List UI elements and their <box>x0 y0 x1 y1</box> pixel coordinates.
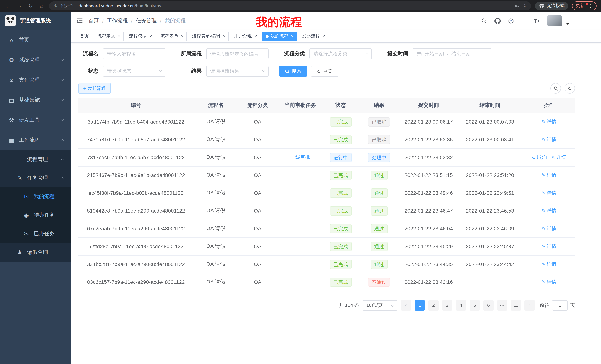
security-label[interactable]: 不安全 <box>60 3 73 9</box>
tab-user-group[interactable]: 用户分组× <box>231 31 260 41</box>
github-icon[interactable] <box>494 18 501 24</box>
close-icon[interactable]: × <box>254 34 257 38</box>
header-search-icon[interactable] <box>481 18 487 24</box>
refresh-table-button[interactable]: ↻ <box>565 83 575 94</box>
detail-link[interactable]: ✎ 详情 <box>541 243 556 249</box>
search-button[interactable]: 搜索 <box>279 66 307 77</box>
browser-window: ← → ↻ ⌂ ⚠ 不安全 dashboard.yudao.iocoder.cn… <box>0 0 601 364</box>
cell-result: 通过 <box>358 202 401 220</box>
update-button[interactable]: 更新 ⋮ <box>572 1 597 10</box>
page-button-6[interactable]: 6 <box>483 300 494 310</box>
sidebar-item-home[interactable]: ⌂首页 <box>0 30 71 50</box>
breadcrumb-item[interactable]: 工作流程 <box>107 18 128 24</box>
help-icon[interactable]: ? <box>508 18 513 24</box>
cell-process-name: OA 请假 <box>193 131 238 148</box>
forward-icon[interactable]: → <box>16 2 23 10</box>
cell-actions: ⊘ 取消✎ 详情 <box>523 148 575 166</box>
tab-my-process[interactable]: 我的流程× <box>262 31 297 41</box>
close-icon[interactable]: × <box>291 34 293 38</box>
bookmark-star-icon[interactable]: ☆ <box>522 3 527 9</box>
browser-home-icon[interactable]: ⌂ <box>38 2 45 10</box>
cancel-link[interactable]: ⊘ 取消 <box>532 154 547 160</box>
create-process-button[interactable]: + 发起流程 <box>78 83 110 94</box>
detail-link[interactable]: ✎ 详情 <box>541 119 556 124</box>
page-size-select[interactable]: 10条/页 <box>362 300 397 310</box>
close-icon[interactable]: × <box>181 34 183 38</box>
page-button-2[interactable]: 2 <box>428 300 439 310</box>
detail-link[interactable]: ✎ 详情 <box>541 226 556 231</box>
cell-id: 819442e8-7b9a-11ec-a290-acde48001122 <box>78 202 193 220</box>
detail-link[interactable]: ✎ 详情 <box>541 172 556 178</box>
result-select[interactable]: 请选择流结果 <box>206 66 269 77</box>
tab-home[interactable]: 首页 <box>77 31 92 41</box>
result-placeholder: 请选择流结果 <box>210 68 239 75</box>
sidebar-item-done-tasks[interactable]: ✂已办任务 <box>0 224 71 243</box>
detail-link[interactable]: ✎ 详情 <box>541 190 556 196</box>
password-key-icon[interactable] <box>515 3 520 8</box>
process-def-input[interactable] <box>206 48 269 59</box>
hamburger-icon[interactable] <box>77 18 83 24</box>
page-button-4[interactable]: 4 <box>456 300 466 310</box>
reload-icon[interactable]: ↻ <box>27 2 34 10</box>
task-link[interactable]: 一级审批 <box>291 154 310 160</box>
submit-time-range[interactable]: 开始日期 - 结束日期 <box>413 48 491 59</box>
show-search-button[interactable] <box>551 83 561 94</box>
fullscreen-icon[interactable] <box>521 18 527 24</box>
reset-button[interactable]: ↻ 重置 <box>311 66 338 77</box>
sidebar-item-process-manage[interactable]: ≡流程管理 <box>0 150 71 169</box>
cell-category: OA <box>238 113 277 131</box>
sidebar-item-my-process[interactable]: ✉我的流程 <box>0 187 71 206</box>
sidebar-item-task-manage[interactable]: ✎任务管理 <box>0 169 71 187</box>
caret-down-icon[interactable] <box>566 23 570 25</box>
tab-process-form[interactable]: 流程表单× <box>157 31 187 41</box>
tab-label: 流程模型 <box>129 33 147 39</box>
sidebar-item-workflow[interactable]: ▣工作流程 <box>0 130 71 150</box>
sidebar-item-payment[interactable]: ¥支付管理 <box>0 70 71 90</box>
next-page-button[interactable]: › <box>524 300 535 310</box>
tab-process-model[interactable]: 流程模型× <box>126 31 155 41</box>
detail-link[interactable]: ✎ 详情 <box>541 261 556 267</box>
detail-link[interactable]: ✎ 详情 <box>541 279 556 285</box>
close-icon[interactable]: × <box>118 34 120 38</box>
breadcrumb-item[interactable]: 首页 <box>88 18 99 24</box>
sidebar-item-leave-query[interactable]: ♟请假查询 <box>0 243 71 262</box>
page-button-5[interactable]: 5 <box>470 300 480 310</box>
page-button-3[interactable]: 3 <box>442 300 452 310</box>
table-toolbar: + 发起流程 ↻ <box>78 83 575 94</box>
sidebar-item-todo-tasks[interactable]: ◉待办任务 <box>0 206 71 224</box>
tab-start-process[interactable]: 发起流程× <box>299 31 328 41</box>
more-pages-button[interactable]: ··· <box>497 300 507 310</box>
detail-icon: ✎ <box>541 279 545 285</box>
page-button-11[interactable]: 11 <box>511 300 521 310</box>
column-header: 结果 <box>358 98 401 113</box>
prev-page-button[interactable]: ‹ <box>401 300 411 310</box>
detail-link[interactable]: ✎ 详情 <box>541 136 556 142</box>
breadcrumb-item[interactable]: 任务管理 <box>136 18 157 24</box>
cell-status: 已完成 <box>323 202 358 220</box>
cell-process-name: OA 请假 <box>193 255 238 273</box>
user-icon: ♟ <box>16 249 24 256</box>
sidebar-item-infrastructure[interactable]: ▤基础设施 <box>0 90 71 110</box>
close-icon[interactable]: × <box>322 34 325 38</box>
cell-category: OA <box>238 148 277 166</box>
tab-process-definition[interactable]: 流程定义× <box>94 31 124 41</box>
menu-kebab-icon[interactable]: ⋮ <box>588 3 593 9</box>
address-bar[interactable]: ⚠ 不安全 dashboard.yudao.iocoder.cn/bpm/tas… <box>49 1 531 10</box>
font-size-icon[interactable]: TT <box>534 18 540 24</box>
close-icon[interactable]: × <box>223 34 225 38</box>
detail-link[interactable]: ✎ 详情 <box>541 208 556 213</box>
avatar[interactable] <box>547 15 562 26</box>
status-select[interactable]: 请选择状态 <box>103 66 165 77</box>
goto-page-input[interactable] <box>552 300 568 310</box>
category-select[interactable]: 请选择流程分类 <box>310 48 372 59</box>
process-name-input[interactable] <box>103 48 165 59</box>
close-icon[interactable]: × <box>149 34 152 38</box>
tab-process-form-edit[interactable]: 流程表单-编辑× <box>189 31 229 41</box>
result-badge: 不通过 <box>368 277 390 287</box>
page-button-1[interactable]: 1 <box>415 300 425 310</box>
sidebar-item-system[interactable]: ⚙系统管理 <box>0 50 71 70</box>
sidebar-item-devtools[interactable]: ⚒研发工具 <box>0 110 71 130</box>
back-icon[interactable]: ← <box>4 2 12 10</box>
detail-link[interactable]: ✎ 详情 <box>551 154 566 160</box>
app-logo[interactable]: 芋道管理系统 <box>0 11 71 30</box>
